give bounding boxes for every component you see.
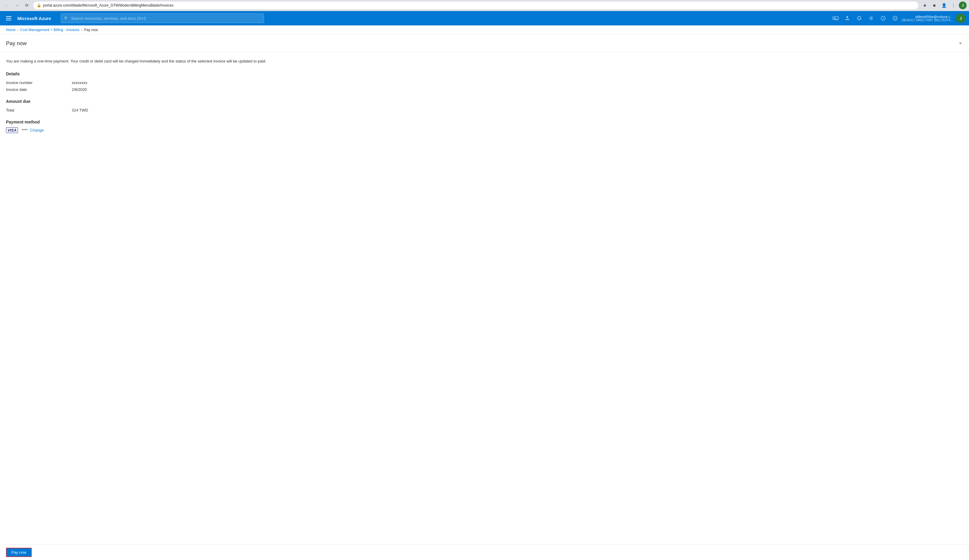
bookmark-button[interactable]: ★ <box>921 1 929 10</box>
search-icon: 🔍 <box>64 16 69 21</box>
url-text: portal.azure.com/#blade/Microsoft_Azure_… <box>43 3 173 7</box>
address-bar[interactable]: 🔒 portal.azure.com/#blade/Microsoft_Azur… <box>33 1 919 10</box>
total-label: Total <box>6 108 72 112</box>
search-bar[interactable]: 🔍 <box>61 13 264 23</box>
account-button[interactable]: 👤 <box>940 1 948 10</box>
amount-due-section: Amount due Total 314 TWD <box>6 99 963 114</box>
settings-gear-button[interactable] <box>866 13 877 23</box>
details-section: Details Invoice number xxxxxxxx Invoice … <box>6 71 963 93</box>
svg-point-2 <box>871 18 872 19</box>
browser-chrome: ← → ⟳ 🔒 portal.azure.com/#blade/Microsof… <box>0 0 969 11</box>
details-heading: Details <box>6 71 963 76</box>
search-input[interactable] <box>71 16 261 21</box>
panel-header: Pay now × <box>0 35 969 52</box>
breadcrumb: Home › Cost Management + Billing - Invoi… <box>0 25 969 35</box>
user-info: billtest456tw@outlook.c... DEFAULT DIREC… <box>902 15 953 22</box>
lock-icon: 🔒 <box>37 3 41 7</box>
cloud-shell-button[interactable]:  <box>830 13 841 23</box>
svg-point-7 <box>896 18 896 18</box>
hamburger-menu[interactable] <box>3 15 14 22</box>
settings-button[interactable]: ⋮ <box>949 1 957 10</box>
visa-badge: VISA <box>6 127 18 133</box>
refresh-button[interactable]: ⟳ <box>23 1 31 10</box>
total-row: Total 314 TWD <box>6 107 963 114</box>
invoice-date-value: 2/8/2020 <box>72 87 87 92</box>
browser-actions: ★ ■ 👤 ⋮ J <box>921 1 967 10</box>
back-button[interactable]: ← <box>2 1 11 10</box>
invoice-number-row: Invoice number xxxxxxxx <box>6 79 963 86</box>
notifications-button[interactable] <box>854 13 865 23</box>
svg-point-6 <box>894 18 895 18</box>
azure-header: Microsoft Azure 🔍  ? billtest456tw@outl… <box>0 11 969 25</box>
help-button[interactable]: ? <box>878 13 889 23</box>
amount-table: Total 314 TWD <box>6 107 963 114</box>
breadcrumb-home[interactable]: Home <box>6 28 15 32</box>
invoice-date-label: Invoice date <box>6 87 72 92</box>
upload-button[interactable] <box>842 13 852 23</box>
details-table: Invoice number xxxxxxxx Invoice date 2/8… <box>6 79 963 93</box>
browser-titlebar: ← → ⟳ 🔒 portal.azure.com/#blade/Microsof… <box>0 0 969 11</box>
azure-logo: Microsoft Azure <box>17 16 51 21</box>
svg-rect-0 <box>834 17 838 20</box>
svg-text:?: ? <box>882 17 884 20</box>
payment-method-heading: Payment method <box>6 120 963 125</box>
breadcrumb-current: Pay now <box>84 28 98 32</box>
hamburger-line <box>6 16 12 17</box>
extensions-button[interactable]: ■ <box>930 1 939 10</box>
invoice-number-label: Invoice number <box>6 80 72 85</box>
amount-due-heading: Amount due <box>6 99 963 104</box>
user-directory: DEFAULT DIRECTORY (BILLTEST4... <box>902 18 953 22</box>
forward-button[interactable]: → <box>13 1 21 10</box>
card-dots: **** <box>22 128 28 133</box>
user-avatar[interactable]: J <box>956 13 966 23</box>
main-content: Pay now × You are making a one-time paym… <box>0 35 969 545</box>
invoice-date-row: Invoice date 2/8/2020 <box>6 86 963 93</box>
total-value: 314 TWD <box>72 108 88 112</box>
breadcrumb-billing[interactable]: Cost Management + Billing - Invoices <box>20 28 79 32</box>
svg-point-5 <box>893 16 897 20</box>
panel-close-button[interactable]: × <box>958 40 963 47</box>
breadcrumb-sep-2: › <box>82 28 82 32</box>
hamburger-line <box>6 20 12 20</box>
invoice-number-value: xxxxxxxx <box>72 80 87 85</box>
user-email: billtest456tw@outlook.c... <box>916 15 953 18</box>
hamburger-line <box>6 18 12 18</box>
payment-row: VISA **** Change <box>6 127 963 133</box>
breadcrumb-sep-1: › <box>17 28 18 32</box>
header-icons:  ? billtest456tw@outlook.c... DEFAULT D… <box>830 13 966 23</box>
panel-description: You are making a one-time payment. Your … <box>6 58 963 64</box>
profile-avatar[interactable]: J <box>959 2 967 9</box>
panel-footer: Pay now <box>0 545 969 545</box>
panel-body: You are making a one-time payment. Your … <box>0 52 969 139</box>
feedback-button[interactable] <box>890 13 901 23</box>
pay-now-panel: Pay now × You are making a one-time paym… <box>0 35 969 139</box>
change-payment-link[interactable]: Change <box>30 128 44 133</box>
panel-title: Pay now <box>6 40 27 47</box>
payment-method-section: Payment method VISA **** Change <box>6 120 963 133</box>
